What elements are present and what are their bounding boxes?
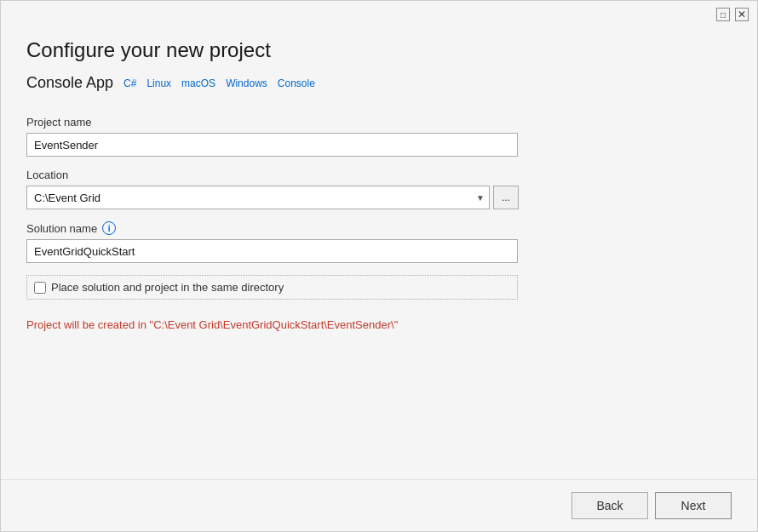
title-bar-controls: □ ✕ — [716, 8, 749, 21]
content-area: Configure your new project Console App C… — [1, 21, 757, 479]
page-title: Configure your new project — [26, 38, 732, 62]
close-button[interactable]: ✕ — [735, 8, 749, 21]
solution-name-input[interactable] — [26, 239, 518, 263]
minimize-button[interactable]: □ — [716, 8, 730, 21]
location-row: C:\Event Grid ▼ ... — [26, 186, 732, 209]
solution-name-field-group: Solution name i — [26, 221, 732, 263]
solution-name-label-row: Solution name i — [26, 221, 732, 235]
project-type-label: Console App — [26, 74, 113, 92]
main-window: □ ✕ Configure your new project Console A… — [0, 0, 758, 532]
subtitle-row: Console App C# Linux macOS Windows Conso… — [26, 74, 732, 92]
browse-button[interactable]: ... — [493, 186, 519, 209]
same-directory-checkbox-row: Place solution and project in the same d… — [26, 275, 518, 300]
location-label: Location — [26, 169, 732, 181]
tag-linux: Linux — [146, 77, 171, 89]
location-select-wrapper: C:\Event Grid ▼ — [26, 186, 490, 209]
location-select[interactable]: C:\Event Grid — [26, 186, 490, 209]
footer: Back Next — [1, 479, 757, 531]
next-button[interactable]: Next — [655, 492, 732, 519]
back-button[interactable]: Back — [571, 492, 648, 519]
info-icon: i — [102, 221, 116, 235]
project-name-input[interactable] — [26, 133, 518, 157]
solution-name-label: Solution name — [26, 222, 97, 235]
location-field-group: Location C:\Event Grid ▼ ... — [26, 169, 732, 209]
tag-console: Console — [278, 77, 315, 89]
project-name-field-group: Project name — [26, 116, 732, 157]
same-directory-checkbox[interactable] — [34, 282, 46, 294]
project-name-label: Project name — [26, 116, 732, 129]
same-directory-label: Place solution and project in the same d… — [51, 281, 284, 294]
form: Project name Location C:\Event Grid ▼ ..… — [26, 116, 732, 462]
tag-csharp: C# — [123, 77, 136, 89]
tag-windows: Windows — [226, 77, 267, 89]
title-bar: □ ✕ — [1, 1, 757, 21]
tag-macos: macOS — [181, 77, 215, 89]
project-path-text: Project will be created in "C:\Event Gri… — [26, 318, 732, 331]
